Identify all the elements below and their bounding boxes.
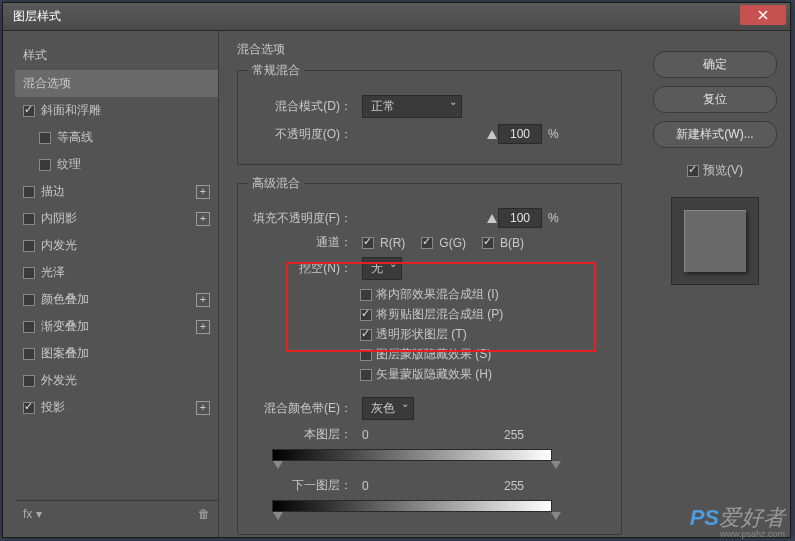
transparency-shapes-checkbox[interactable] — [360, 329, 372, 341]
blend-clipped-checkbox[interactable] — [360, 309, 372, 321]
texture-checkbox[interactable] — [39, 159, 51, 171]
advanced-blend-group: 高级混合 填充不透明度(F)： 100 % 通道： R(R) G(G) B(B)… — [237, 175, 622, 535]
window-title: 图层样式 — [13, 8, 740, 25]
sidebar-item-bevel[interactable]: 斜面和浮雕 — [15, 97, 218, 124]
add-stroke-button[interactable]: + — [196, 185, 210, 199]
blend-mode-dropdown[interactable]: 正常 — [362, 95, 462, 118]
preview-box — [671, 197, 759, 285]
bevel-checkbox[interactable] — [23, 105, 35, 117]
channels-label: 通道： — [252, 234, 352, 251]
dialog-content: 样式 混合选项 斜面和浮雕 等高线 纹理 描边 + — [3, 31, 790, 537]
titlebar[interactable]: 图层样式 — [3, 3, 790, 31]
main-panel: 混合选项 常规混合 混合模式(D)： 正常 不透明度(O)： 100 % 高级混… — [219, 31, 640, 537]
sidebar-item-inner-shadow[interactable]: 内阴影 + — [15, 205, 218, 232]
knockout-label: 挖空(N)： — [252, 260, 352, 277]
underlying-layer-label: 下一图层： — [252, 477, 352, 494]
channel-r-checkbox[interactable] — [362, 237, 374, 249]
sidebar-footer: fx ▾ 🗑 — [15, 500, 218, 527]
this-layer-label: 本图层： — [252, 426, 352, 443]
ok-button[interactable]: 确定 — [653, 51, 777, 78]
sidebar-item-stroke[interactable]: 描边 + — [15, 178, 218, 205]
blend-interior-checkbox[interactable] — [360, 289, 372, 301]
drop-shadow-checkbox[interactable] — [23, 402, 35, 414]
sidebar-item-inner-glow[interactable]: 内发光 — [15, 232, 218, 259]
gradient-overlay-checkbox[interactable] — [23, 321, 35, 333]
styles-sidebar: 样式 混合选项 斜面和浮雕 等高线 纹理 描边 + — [3, 31, 219, 537]
fx-menu-icon[interactable]: fx ▾ — [23, 507, 42, 521]
add-color-overlay-button[interactable]: + — [196, 293, 210, 307]
add-inner-shadow-button[interactable]: + — [196, 212, 210, 226]
close-button[interactable] — [740, 5, 786, 25]
sidebar-item-contour[interactable]: 等高线 — [15, 124, 218, 151]
pattern-overlay-checkbox[interactable] — [23, 348, 35, 360]
main-title: 混合选项 — [237, 41, 622, 58]
sidebar-item-outer-glow[interactable]: 外发光 — [15, 367, 218, 394]
opacity-label: 不透明度(O)： — [252, 126, 352, 143]
normal-blend-group: 常规混合 混合模式(D)： 正常 不透明度(O)： 100 % — [237, 62, 622, 165]
sidebar-header: 样式 — [15, 41, 218, 70]
new-style-button[interactable]: 新建样式(W)... — [653, 121, 777, 148]
channel-b-checkbox[interactable] — [482, 237, 494, 249]
sidebar-item-drop-shadow[interactable]: 投影 + — [15, 394, 218, 421]
color-overlay-checkbox[interactable] — [23, 294, 35, 306]
fill-opacity-slider[interactable] — [362, 210, 492, 226]
trash-icon[interactable]: 🗑 — [198, 507, 210, 521]
close-icon — [758, 10, 768, 20]
add-drop-shadow-button[interactable]: + — [196, 401, 210, 415]
inner-glow-checkbox[interactable] — [23, 240, 35, 252]
cancel-button[interactable]: 复位 — [653, 86, 777, 113]
this-layer-gradient[interactable] — [272, 449, 552, 461]
stroke-checkbox[interactable] — [23, 186, 35, 198]
contour-checkbox[interactable] — [39, 132, 51, 144]
satin-checkbox[interactable] — [23, 267, 35, 279]
blend-mode-label: 混合模式(D)： — [252, 98, 352, 115]
blend-if-dropdown[interactable]: 灰色 — [362, 397, 414, 420]
sidebar-item-pattern-overlay[interactable]: 图案叠加 — [15, 340, 218, 367]
sidebar-item-color-overlay[interactable]: 颜色叠加 + — [15, 286, 218, 313]
fill-opacity-label: 填充不透明度(F)： — [252, 210, 352, 227]
preview-swatch — [684, 210, 746, 272]
right-panel: 确定 复位 新建样式(W)... 预览(V) — [640, 31, 790, 537]
outer-glow-checkbox[interactable] — [23, 375, 35, 387]
blend-if-label: 混合颜色带(E)： — [252, 400, 352, 417]
layer-mask-hides-checkbox[interactable] — [360, 349, 372, 361]
inner-shadow-checkbox[interactable] — [23, 213, 35, 225]
sidebar-item-gradient-overlay[interactable]: 渐变叠加 + — [15, 313, 218, 340]
layer-style-dialog: 图层样式 样式 混合选项 斜面和浮雕 等高线 纹理 — [2, 2, 791, 538]
sidebar-item-texture[interactable]: 纹理 — [15, 151, 218, 178]
add-gradient-overlay-button[interactable]: + — [196, 320, 210, 334]
knockout-dropdown[interactable]: 无 — [362, 257, 402, 280]
underlying-layer-gradient[interactable] — [272, 500, 552, 512]
preview-checkbox[interactable] — [687, 165, 699, 177]
vector-mask-hides-checkbox[interactable] — [360, 369, 372, 381]
opacity-input[interactable]: 100 — [498, 124, 542, 144]
fill-opacity-input[interactable]: 100 — [498, 208, 542, 228]
sidebar-blending-options[interactable]: 混合选项 — [15, 70, 218, 97]
preview-label: 预览(V) — [703, 162, 743, 179]
opacity-slider[interactable] — [362, 126, 492, 142]
channel-g-checkbox[interactable] — [421, 237, 433, 249]
sidebar-item-satin[interactable]: 光泽 — [15, 259, 218, 286]
